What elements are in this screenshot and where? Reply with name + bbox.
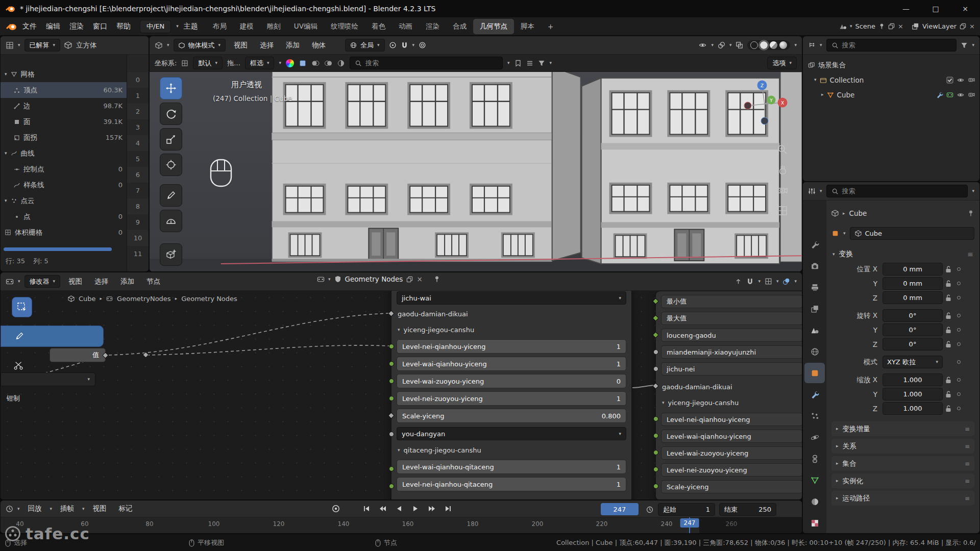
- section-delta-transform[interactable]: ▸变换增量≡: [831, 421, 974, 436]
- play-button[interactable]: [409, 503, 422, 514]
- field-socket[interactable]: [388, 310, 395, 317]
- auto-key-icon[interactable]: [331, 504, 340, 513]
- fake-user-shield-icon[interactable]: [334, 276, 341, 283]
- int-input-row[interactable]: Level-nei-qianhou-qitaceng1: [397, 477, 626, 491]
- play-reverse-button[interactable]: [393, 503, 406, 514]
- color-palette-icon[interactable]: [286, 59, 294, 67]
- options-dropdown[interactable]: 选项▾: [767, 57, 797, 69]
- tab-particles[interactable]: [804, 406, 825, 426]
- camera-view-icon[interactable]: [776, 184, 789, 196]
- select-extend-icon[interactable]: [311, 59, 320, 67]
- pin-icon[interactable]: [967, 210, 974, 217]
- value-node-output[interactable]: 值: [50, 348, 106, 362]
- hide-eye-icon[interactable]: [957, 77, 965, 84]
- viewport-menu-object[interactable]: 物体: [308, 41, 330, 50]
- blender-logo-icon[interactable]: [5, 22, 17, 31]
- tab-texture-paint[interactable]: 纹理喷绘: [324, 19, 365, 34]
- filter-funnel-icon[interactable]: [538, 60, 545, 67]
- tab-physics[interactable]: [804, 427, 825, 447]
- mode-dropdown[interactable]: 物体模式▾: [174, 39, 226, 52]
- theme-menu[interactable]: 主题: [180, 22, 202, 31]
- section-collections[interactable]: ▸集合≡: [831, 456, 974, 471]
- chevron-down-icon[interactable]: ▾: [279, 61, 281, 65]
- chevron-down-icon[interactable]: ▾: [167, 43, 169, 47]
- input-min[interactable]: 最小值: [661, 295, 802, 308]
- maximize-button[interactable]: □: [921, 0, 950, 17]
- chevron-down-icon[interactable]: ▾: [758, 279, 761, 284]
- input-max[interactable]: 最大值: [661, 312, 802, 325]
- pin-icon[interactable]: [878, 23, 885, 30]
- animate-decorator[interactable]: [957, 392, 961, 396]
- scale-tool-button[interactable]: [160, 128, 182, 151]
- checkbox-icon[interactable]: [946, 77, 953, 84]
- playhead-frame-badge[interactable]: 247: [680, 518, 699, 528]
- animate-decorator[interactable]: [957, 282, 961, 285]
- tree-row-face[interactable]: 面39.1K: [1, 114, 127, 130]
- node-editor-icon[interactable]: [6, 278, 14, 286]
- int-input-row[interactable]: Level-wai-qianhou-qitaceng1: [397, 460, 626, 474]
- field-socket[interactable]: [388, 412, 395, 419]
- node-menu-select[interactable]: 选择: [90, 277, 112, 286]
- pivot-point-icon[interactable]: [389, 41, 397, 49]
- tab-constraints[interactable]: [804, 448, 825, 469]
- tab-compositing[interactable]: 合成: [446, 19, 473, 34]
- timeline-menu-keying[interactable]: 插帧: [56, 504, 78, 513]
- int-socket[interactable]: [389, 361, 394, 366]
- select-new-icon[interactable]: [299, 59, 307, 67]
- gizmo-negative-x[interactable]: [744, 102, 751, 109]
- select-invert-icon[interactable]: [337, 59, 345, 67]
- zoom-icon[interactable]: [776, 143, 789, 156]
- int-socket[interactable]: [653, 484, 658, 489]
- chevron-down-icon[interactable]: ▾: [850, 24, 852, 29]
- chevron-down-icon[interactable]: ▾: [794, 43, 797, 47]
- panel-grip-icon[interactable]: ≡: [965, 425, 970, 433]
- list-icon[interactable]: [526, 60, 533, 67]
- add-workspace-button[interactable]: +: [541, 19, 560, 34]
- pin-icon[interactable]: [433, 276, 440, 283]
- chevron-down-icon[interactable]: ▾: [814, 78, 817, 82]
- timeline-menu-playback[interactable]: 回放: [24, 504, 46, 513]
- snap-magnet-icon[interactable]: [746, 278, 754, 285]
- section-qitaceng-jiegou-canshu[interactable]: ▾qitaceng-jiegou-canshu: [398, 443, 625, 457]
- viewport-menu-view[interactable]: 视图: [230, 41, 252, 50]
- gizmo-negative-z[interactable]: [761, 117, 768, 124]
- move-tool-button[interactable]: [160, 77, 182, 99]
- tab-modifiers[interactable]: [804, 384, 825, 405]
- int-input-row[interactable]: Level-nei-zuoyou-yiceng1: [397, 391, 626, 406]
- reroute-socket[interactable]: [142, 352, 149, 358]
- field-socket[interactable]: [652, 315, 659, 321]
- shading-solid-icon[interactable]: [760, 41, 768, 49]
- lock-icon[interactable]: [943, 341, 954, 348]
- lock-icon[interactable]: [943, 391, 954, 398]
- jump-to-end-button[interactable]: [442, 503, 455, 514]
- scene-name[interactable]: Scene: [855, 22, 875, 30]
- overlays-icon[interactable]: [782, 278, 790, 285]
- node-menu-jichu-wai[interactable]: jichu-wai▾: [397, 291, 626, 305]
- show-gizmo-icon[interactable]: [698, 41, 707, 49]
- chevron-down-icon[interactable]: ▾: [972, 189, 974, 193]
- parent-tree-icon[interactable]: [734, 278, 742, 285]
- tab-object[interactable]: [804, 363, 825, 383]
- int-input-row[interactable]: Level-wai-zuoyou-yiceng0: [397, 374, 626, 388]
- viewport-menu-add[interactable]: 添加: [282, 41, 304, 50]
- panel-grip-icon[interactable]: ≡: [967, 250, 973, 258]
- section-motion-paths[interactable]: ▸运动路径≡: [831, 491, 974, 506]
- panel-grip-icon[interactable]: ≡: [965, 495, 970, 502]
- input-scale-row[interactable]: Scale-yiceng: [661, 480, 802, 493]
- viewport-editor-icon[interactable]: [155, 41, 163, 49]
- end-frame-field[interactable]: 结束250: [719, 503, 776, 516]
- tab-view-layer[interactable]: [804, 298, 825, 319]
- rotation-x-field[interactable]: 0°: [883, 309, 943, 322]
- box-select-tool-button[interactable]: [12, 297, 32, 317]
- menu-file[interactable]: 文件: [18, 22, 41, 31]
- node-menu-add[interactable]: 添加: [116, 277, 138, 286]
- scale-z-field[interactable]: 1.000: [883, 402, 943, 415]
- tab-world[interactable]: [804, 341, 825, 362]
- tab-geometry-nodes[interactable]: 几何节点: [473, 19, 514, 34]
- view-layer-name[interactable]: ViewLayer: [922, 22, 957, 30]
- section-relations[interactable]: ▸关系≡: [831, 439, 974, 454]
- animate-decorator[interactable]: [957, 342, 961, 346]
- tree-row-point[interactable]: 点0: [1, 209, 127, 224]
- horizontal-scrollbar[interactable]: [4, 247, 112, 251]
- node-menu-you-dangyan[interactable]: you-dangyan▾: [397, 427, 626, 440]
